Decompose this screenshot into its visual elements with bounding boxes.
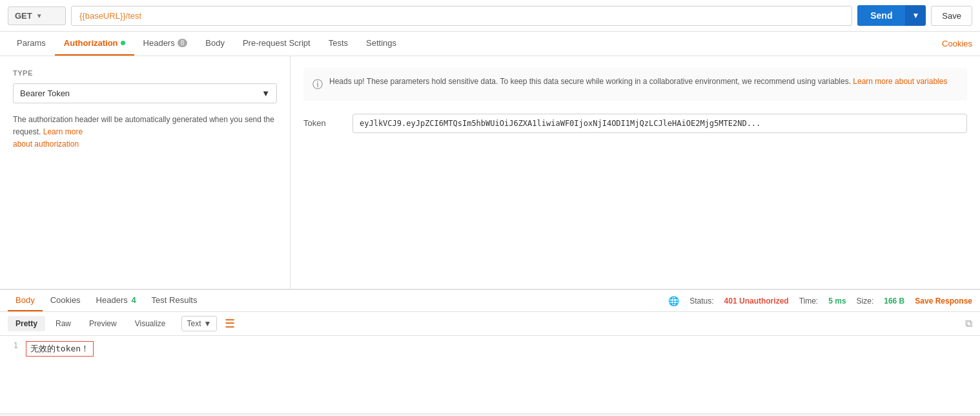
line-content: 无效的token！ <box>26 341 94 357</box>
response-line: 1 无效的token！ <box>8 341 972 357</box>
tab-body[interactable]: Body <box>196 32 234 56</box>
headers-response-badge: 4 <box>131 295 136 305</box>
tab-settings[interactable]: Settings <box>357 32 405 56</box>
main-content: TYPE Bearer Token ▼ The authorization he… <box>0 56 980 289</box>
status-value: 401 Unauthorized <box>724 296 789 306</box>
sub-tab-pretty[interactable]: Pretty <box>8 316 45 331</box>
time-label: Time: <box>799 296 819 306</box>
tab-params[interactable]: Params <box>8 32 55 56</box>
learn-more-variables-link[interactable]: Learn more about variables <box>853 77 947 86</box>
sub-tab-raw[interactable]: Raw <box>48 316 79 331</box>
sub-tab-visualize[interactable]: Visualize <box>127 316 174 331</box>
time-value: 5 ms <box>828 296 846 306</box>
alert-icon: ⓘ <box>312 76 323 93</box>
size-label: Size: <box>857 296 874 306</box>
token-label: Token <box>303 118 342 128</box>
response-tabs-bar: Body Cookies Headers 4 Test Results 🌐 St… <box>0 290 980 312</box>
send-button-group: Send ▼ <box>857 5 926 26</box>
url-input[interactable] <box>71 6 852 26</box>
left-panel: TYPE Bearer Token ▼ The authorization he… <box>0 56 291 289</box>
globe-icon: 🌐 <box>668 296 679 306</box>
learn-more-link[interactable]: Learn more <box>43 127 83 136</box>
sub-tabs-bar: Pretty Raw Preview Visualize Text ▼ ☰ ⧉ <box>0 312 980 336</box>
right-panel: ⓘ Heads up! These parameters hold sensit… <box>291 56 980 289</box>
tab-headers[interactable]: Headers 8 <box>134 32 197 56</box>
headers-badge: 8 <box>178 39 188 47</box>
type-value: Bearer Token <box>20 88 70 98</box>
response-section: Body Cookies Headers 4 Test Results 🌐 St… <box>0 289 980 413</box>
tab-tests[interactable]: Tests <box>320 32 357 56</box>
status-bar: https://blog.csdn.net/weixin_44527418 <box>0 413 980 416</box>
response-tab-headers[interactable]: Headers 4 <box>88 290 144 311</box>
method-value: GET <box>15 11 32 21</box>
wrap-icon[interactable]: ☰ <box>225 317 235 331</box>
alert-box: ⓘ Heads up! These parameters hold sensit… <box>303 68 967 101</box>
response-tab-body[interactable]: Body <box>8 290 43 311</box>
size-value: 166 B <box>884 296 904 306</box>
chevron-down-icon: ▼ <box>204 319 212 328</box>
format-select[interactable]: Text ▼ <box>181 316 218 331</box>
type-label: TYPE <box>13 69 277 77</box>
token-row: Token <box>303 114 967 133</box>
chevron-down-icon: ▼ <box>261 88 270 98</box>
response-tab-cookies[interactable]: Cookies <box>43 290 88 311</box>
method-dropdown[interactable]: GET ▼ <box>8 6 66 25</box>
response-meta: 🌐 Status: 401 Unauthorized Time: 5 ms Si… <box>668 296 972 306</box>
type-dropdown[interactable]: Bearer Token ▼ <box>13 83 277 103</box>
top-bar: GET ▼ Send ▼ Save <box>0 0 980 32</box>
active-dot <box>121 41 125 45</box>
alert-text: Heads up! These parameters hold sensitiv… <box>329 76 947 88</box>
token-input[interactable] <box>352 114 967 133</box>
about-authorization-link[interactable]: about authorization <box>13 140 79 149</box>
save-response-button[interactable]: Save Response <box>915 296 972 306</box>
line-number: 1 <box>8 341 18 350</box>
status-label: Status: <box>689 296 713 306</box>
copy-icon[interactable]: ⧉ <box>965 318 972 329</box>
sub-tab-preview[interactable]: Preview <box>81 316 125 331</box>
chevron-down-icon: ▼ <box>36 12 43 19</box>
send-button[interactable]: Send <box>857 5 905 26</box>
save-button[interactable]: Save <box>931 6 972 26</box>
format-value: Text <box>187 319 201 328</box>
response-body: 1 无效的token！ <box>0 336 980 413</box>
tab-pre-request-script[interactable]: Pre-request Script <box>234 32 320 56</box>
tab-authorization[interactable]: Authorization <box>55 32 134 56</box>
send-dropdown-button[interactable]: ▼ <box>905 5 926 26</box>
auth-description: The authorization header will be automat… <box>13 114 277 151</box>
cookies-link[interactable]: Cookies <box>942 39 972 48</box>
main-tabs-bar: Params Authorization Headers 8 Body Pre-… <box>0 32 980 56</box>
response-tab-test-results[interactable]: Test Results <box>144 290 205 311</box>
